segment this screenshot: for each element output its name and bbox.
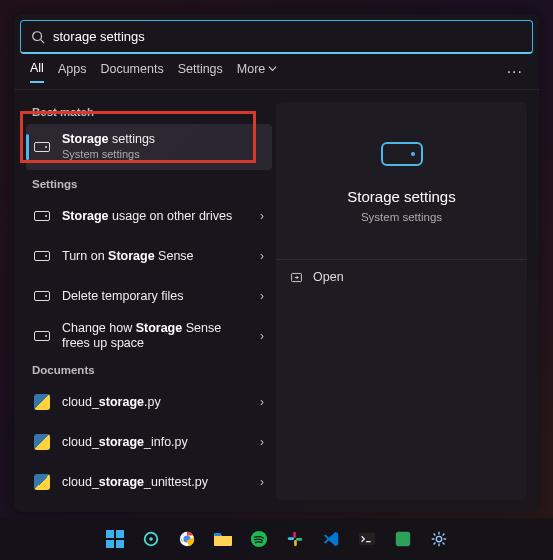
taskbar-app[interactable]	[137, 525, 165, 553]
result-item[interactable]: Turn on Storage Sense›	[26, 236, 272, 276]
svg-rect-18	[395, 532, 409, 546]
chevron-down-icon	[268, 64, 277, 73]
svg-point-19	[436, 536, 441, 541]
result-item[interactable]: cloud_storage_unittest.py›	[26, 462, 272, 502]
taskbar-explorer[interactable]	[209, 525, 237, 553]
drive-icon	[34, 331, 50, 341]
taskbar-app-green[interactable]	[389, 525, 417, 553]
section-documents: Documents	[32, 364, 272, 376]
tab-settings[interactable]: Settings	[178, 62, 223, 82]
search-panel: All Apps Documents Settings More ··· Bes…	[14, 14, 539, 512]
result-item[interactable]: Change how Storage Sense frees up space›	[26, 316, 272, 356]
section-settings: Settings	[32, 178, 272, 190]
svg-rect-17	[358, 533, 374, 546]
result-item[interactable]: cloud_storage_info.py›	[26, 422, 272, 462]
drive-icon	[34, 251, 50, 261]
preview-pane: Storage settings System settings Open	[276, 102, 527, 500]
result-item[interactable]: Delete temporary files›	[26, 276, 272, 316]
result-item[interactable]: cloud_storage.py›	[26, 382, 272, 422]
open-action[interactable]: Open	[276, 260, 527, 294]
search-icon	[31, 30, 45, 44]
svg-rect-13	[293, 532, 296, 538]
svg-line-1	[41, 39, 45, 43]
search-bar[interactable]	[20, 20, 533, 54]
svg-point-0	[33, 31, 42, 40]
section-best-match: Best match	[32, 106, 272, 118]
taskbar-chrome[interactable]	[173, 525, 201, 553]
taskbar-vscode[interactable]	[317, 525, 345, 553]
python-file-icon	[34, 434, 50, 450]
preview-title: Storage settings	[347, 188, 455, 205]
tab-apps[interactable]: Apps	[58, 62, 87, 82]
svg-rect-6	[116, 540, 124, 548]
results-list: Best match Storage settings System setti…	[14, 90, 272, 512]
tab-documents[interactable]: Documents	[100, 62, 163, 82]
best-match-item[interactable]: Storage settings System settings	[26, 124, 272, 170]
result-item[interactable]: Storage usage on other drives›	[26, 196, 272, 236]
taskbar	[0, 518, 553, 560]
tab-all[interactable]: All	[30, 61, 44, 83]
tab-more[interactable]: More	[237, 62, 277, 82]
preview-subtitle: System settings	[361, 211, 442, 223]
drive-icon	[34, 142, 50, 152]
svg-rect-16	[295, 538, 301, 541]
svg-rect-3	[106, 530, 114, 538]
drive-icon	[381, 142, 423, 166]
result-item[interactable]: cloud_storage_global_lock.py›	[26, 502, 272, 512]
start-button[interactable]	[101, 525, 129, 553]
svg-point-8	[149, 537, 153, 541]
svg-rect-5	[106, 540, 114, 548]
taskbar-terminal[interactable]	[353, 525, 381, 553]
svg-rect-11	[214, 533, 221, 536]
search-input[interactable]	[53, 29, 522, 44]
python-file-icon	[34, 474, 50, 490]
taskbar-slack[interactable]	[281, 525, 309, 553]
best-match-subtitle: System settings	[62, 148, 140, 160]
svg-rect-14	[287, 537, 293, 540]
drive-icon	[34, 291, 50, 301]
overflow-button[interactable]: ···	[507, 63, 523, 81]
python-file-icon	[34, 394, 50, 410]
svg-rect-4	[116, 530, 124, 538]
taskbar-settings[interactable]	[425, 525, 453, 553]
tab-bar: All Apps Documents Settings More ···	[14, 54, 539, 90]
open-icon	[290, 271, 303, 284]
svg-rect-15	[294, 540, 297, 546]
taskbar-spotify[interactable]	[245, 525, 273, 553]
drive-icon	[34, 211, 50, 221]
